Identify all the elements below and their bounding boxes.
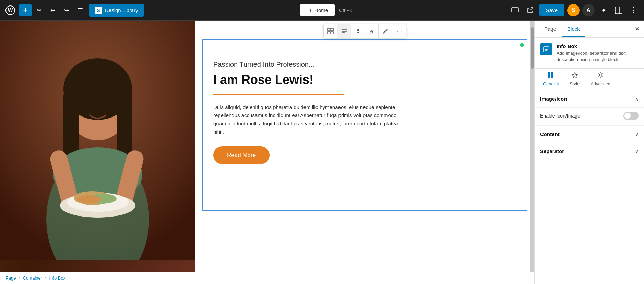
section-image-icon[interactable]: Image/Icon ∧ xyxy=(535,90,644,108)
svg-text:W: W xyxy=(8,7,13,13)
tab-block[interactable]: Block xyxy=(562,22,585,37)
section-content-arrow: ∨ xyxy=(635,132,639,137)
description-text: Duis aliquid, deleniti quos pharetra qui… xyxy=(213,103,405,136)
svg-rect-2 xyxy=(512,8,518,12)
panel-close-button[interactable]: ✕ xyxy=(635,25,640,33)
breadcrumb-page[interactable]: Page xyxy=(5,275,16,281)
breadcrumb: Page › Container › Info Box xyxy=(0,272,534,284)
scribe-icon-button[interactable]: S xyxy=(567,4,580,16)
enable-icon-toggle[interactable] xyxy=(623,112,639,120)
editor-canvas-wrapper: ⠿ ⋯ xyxy=(0,21,534,284)
sub-tab-style[interactable]: Style xyxy=(564,69,585,90)
top-toolbar: W + ✏ ↩ ↪ ☰ S Design Library 🗋 Home Ctrl… xyxy=(0,0,644,21)
svg-rect-38 xyxy=(551,72,553,75)
redo-button[interactable]: ↪ xyxy=(60,4,73,16)
advanced-icon xyxy=(597,72,604,80)
svg-point-22 xyxy=(77,195,101,203)
advanced-label: Advanced xyxy=(591,81,610,86)
scrollbar-thumb[interactable] xyxy=(531,27,534,69)
more-icon: ⋯ xyxy=(396,28,402,35)
toolbar-center: 🗋 Home Ctrl+K xyxy=(145,4,508,16)
panel-toggle-button[interactable] xyxy=(612,4,625,16)
tab-page[interactable]: Page xyxy=(539,22,562,37)
save-button[interactable]: Save xyxy=(539,4,564,16)
block-toolbar: ⠿ ⋯ xyxy=(323,24,406,38)
shortcut-label: Ctrl+K xyxy=(339,8,353,13)
panel-block-title: Info Box xyxy=(557,43,639,49)
block-move-up-button[interactable] xyxy=(365,24,379,38)
image-placeholder xyxy=(0,21,195,284)
list-view-button[interactable]: ☰ xyxy=(74,4,86,16)
section-content[interactable]: Content ∨ xyxy=(535,126,644,143)
svg-rect-37 xyxy=(548,72,550,75)
wordpress-logo-button[interactable]: W xyxy=(4,4,16,16)
svg-line-32 xyxy=(386,30,387,30)
svg-point-23 xyxy=(85,104,93,111)
svg-rect-40 xyxy=(551,75,553,78)
editor-canvas: ⠿ ⋯ xyxy=(0,21,534,284)
panel-scroll-area[interactable]: Image/Icon ∧ Enable Icon/Image Content ∨… xyxy=(535,90,644,284)
drag-icon: ⠿ xyxy=(356,28,360,35)
breadcrumb-info-box[interactable]: Info Box xyxy=(49,275,65,281)
section-image-icon-title: Image/Icon xyxy=(540,96,567,102)
right-panel: Page Block ✕ Info Box Add image/icon, se… xyxy=(534,21,644,284)
passion-text: Passion Turned Into Profession... xyxy=(213,61,516,69)
block-drag-button[interactable]: ⠿ xyxy=(351,24,365,38)
panel-block-description: Add image/icon, separator and text descr… xyxy=(557,50,639,63)
general-icon xyxy=(548,72,554,80)
more-options-button[interactable]: ⋮ xyxy=(628,4,640,16)
toolbar-right: Save S A ✦ ⋮ xyxy=(509,4,640,16)
svg-rect-28 xyxy=(331,32,333,34)
home-button[interactable]: 🗋 Home xyxy=(300,4,335,16)
block-grid-button[interactable] xyxy=(324,24,337,38)
external-link-button[interactable] xyxy=(524,4,536,16)
active-indicator-dot xyxy=(520,43,524,47)
design-library-label: Design Library xyxy=(105,7,138,13)
enable-icon-row: Enable Icon/Image xyxy=(540,112,639,120)
svg-point-24 xyxy=(102,104,110,111)
design-library-s-icon: S xyxy=(95,7,102,14)
enable-icon-label: Enable Icon/Image xyxy=(540,113,580,119)
section-content-title: Content xyxy=(540,131,560,137)
design-library-button[interactable]: S Design Library xyxy=(89,4,144,17)
svg-line-5 xyxy=(530,8,533,10)
svg-rect-39 xyxy=(548,75,550,78)
breadcrumb-sep-1: › xyxy=(19,275,20,281)
home-label: Home xyxy=(314,7,328,13)
style-icon xyxy=(572,72,578,80)
sub-tab-advanced[interactable]: Advanced xyxy=(585,69,616,90)
document-icon: 🗋 xyxy=(307,7,312,13)
general-label: General xyxy=(543,81,559,86)
name-heading: I am Rose Lewis! xyxy=(213,73,516,87)
vertical-scrollbar[interactable] xyxy=(530,21,534,284)
svg-marker-41 xyxy=(572,73,577,78)
main-area: ⠿ ⋯ xyxy=(0,21,644,284)
section-image-icon-content: Enable Icon/Image xyxy=(535,108,644,126)
edit-tool-button[interactable]: ✏ xyxy=(33,4,45,16)
block-text-button[interactable] xyxy=(337,24,351,38)
sub-tabs: General Style Advanced xyxy=(535,69,644,90)
sparkle-button[interactable]: ✦ xyxy=(597,4,610,16)
svg-rect-25 xyxy=(328,28,330,31)
info-box-icon xyxy=(540,43,552,55)
breadcrumb-container[interactable]: Container xyxy=(23,275,42,281)
svg-rect-6 xyxy=(615,7,622,14)
section-separator[interactable]: Separator ∨ xyxy=(535,143,644,160)
style-label: Style xyxy=(570,81,580,86)
panel-block-info: Info Box Add image/icon, separator and t… xyxy=(557,43,639,63)
svg-rect-26 xyxy=(331,28,333,31)
breadcrumb-sep-2: › xyxy=(45,275,46,281)
add-block-button[interactable]: + xyxy=(19,4,32,16)
desktop-view-button[interactable] xyxy=(509,4,521,16)
sub-tab-general[interactable]: General xyxy=(537,69,564,90)
undo-button[interactable]: ↩ xyxy=(47,4,59,16)
a-icon-button[interactable]: A xyxy=(582,4,595,16)
svg-point-42 xyxy=(599,74,601,76)
block-eyedropper-button[interactable] xyxy=(379,24,392,38)
read-more-button[interactable]: Read More xyxy=(213,146,270,164)
section-separator-arrow: ∨ xyxy=(635,149,639,154)
block-more-button[interactable]: ⋯ xyxy=(392,24,406,38)
content-block: ⠿ ⋯ xyxy=(195,21,534,284)
panel-block-header: Info Box Add image/icon, separator and t… xyxy=(535,38,644,69)
panel-tabs: Page Block ✕ xyxy=(535,21,644,38)
